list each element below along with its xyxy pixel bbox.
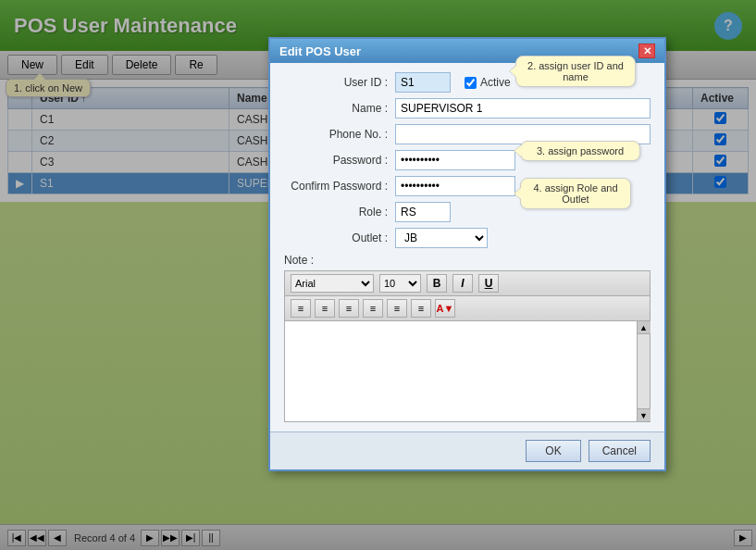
align-left-button[interactable]: ≡ — [291, 299, 311, 318]
note-textarea[interactable] — [285, 321, 637, 421]
phone-label: Phone No. : — [284, 128, 395, 141]
scrollbar-up[interactable]: ▲ — [638, 321, 651, 334]
edit-pos-user-dialog: Edit POS User ✕ User ID : Active 2. assi… — [268, 37, 666, 471]
role-label: Role : — [284, 206, 395, 219]
dialog-close-button[interactable]: ✕ — [638, 44, 655, 58]
dialog-footer: OK Cancel — [270, 431, 664, 469]
dialog-title: Edit POS User — [279, 44, 361, 58]
bold-button[interactable]: B — [427, 274, 447, 293]
outlet-row: Outlet : JB KN PG — [284, 228, 651, 248]
active-checkbox-area: Active — [465, 76, 511, 89]
note-align-toolbar: ≡ ≡ ≡ ≡ ≡ ≡ A▼ — [284, 295, 651, 320]
italic-button[interactable]: I — [452, 274, 473, 293]
password-row: Password : 3. assign password — [284, 150, 651, 170]
align-right-button[interactable]: ≡ — [339, 299, 359, 318]
user-id-input[interactable] — [395, 72, 451, 93]
user-id-row: User ID : Active 2. assign user ID andna… — [284, 72, 651, 93]
name-row: Name : — [284, 98, 651, 119]
ok-button[interactable]: OK — [526, 440, 580, 462]
cancel-button[interactable]: Cancel — [589, 440, 651, 462]
user-id-label: User ID : — [284, 76, 395, 89]
font-select[interactable]: Arial — [291, 274, 374, 293]
confirm-password-label: Confirm Password : — [284, 180, 395, 193]
outlet-select[interactable]: JB KN PG — [395, 228, 488, 248]
note-scrollbar: ▲ ▼ — [637, 321, 650, 421]
color-button[interactable]: A▼ — [435, 299, 455, 318]
phone-input[interactable] — [395, 124, 651, 144]
underline-button[interactable]: U — [478, 274, 499, 293]
active-label: Active — [480, 76, 511, 89]
main-panel: POS User Maintenance ? New Edit Delete R… — [0, 0, 756, 550]
phone-row: Phone No. : — [284, 124, 651, 144]
active-checkbox[interactable] — [465, 77, 477, 89]
password-input[interactable] — [395, 150, 515, 170]
role-input[interactable] — [395, 202, 451, 222]
dialog-title-bar: Edit POS User ✕ — [270, 39, 664, 63]
note-format-toolbar: Arial 10 B I U — [284, 270, 651, 295]
note-textarea-wrap: ▲ ▼ — [284, 320, 651, 422]
outdent-button[interactable]: ≡ — [411, 299, 431, 318]
password-label: Password : — [284, 154, 395, 167]
outlet-label: Outlet : — [284, 231, 395, 244]
confirm-password-input[interactable] — [395, 176, 515, 196]
name-label: Name : — [284, 102, 395, 115]
name-input[interactable] — [395, 98, 651, 119]
align-center-button[interactable]: ≡ — [315, 299, 335, 318]
note-section: Note : Arial 10 B I U ≡ ≡ ≡ — [284, 254, 651, 422]
dialog-content: User ID : Active 2. assign user ID andna… — [270, 63, 664, 431]
list-button[interactable]: ≡ — [363, 299, 383, 318]
size-select[interactable]: 10 — [379, 274, 421, 293]
confirm-password-row: Confirm Password : 4. assign Role andOut… — [284, 176, 651, 196]
role-row: Role : — [284, 202, 651, 222]
indent-button[interactable]: ≡ — [387, 299, 407, 318]
note-label: Note : — [284, 254, 651, 267]
scrollbar-down[interactable]: ▼ — [638, 408, 651, 421]
